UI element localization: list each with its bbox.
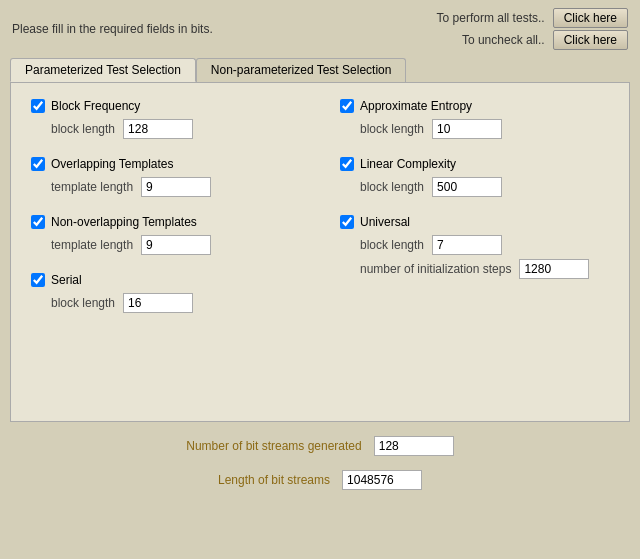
top-bar: Please fill in the required fields in bi… [0,0,640,54]
ae-block-length-label: block length [360,122,424,136]
uncheck-all-row: To uncheck all.. Click here [462,30,628,50]
block-frequency-group: Block Frequency block length [31,99,300,139]
u-init-steps-input[interactable] [519,259,589,279]
ot-template-length-input[interactable] [141,177,211,197]
length-row: Length of bit streams [20,470,620,490]
streams-label: Number of bit streams generated [186,439,361,453]
approx-entropy-checkbox[interactable] [340,99,354,113]
tab-parameterized[interactable]: Parameterized Test Selection [10,58,196,82]
left-column: Block Frequency block length Overlapping… [31,99,320,331]
tabs-header: Parameterized Test Selection Non-paramet… [10,58,630,82]
u-block-length-input[interactable] [432,235,502,255]
block-frequency-field-row: block length [51,119,300,139]
serial-label: Serial [51,273,82,287]
serial-group: Serial block length [31,273,300,313]
uncheck-all-label: To uncheck all.. [462,33,545,47]
linear-complexity-label: Linear Complexity [360,157,456,171]
u-block-length-label: block length [360,238,424,252]
bf-block-length-input[interactable] [123,119,193,139]
right-column: Approximate Entropy block length Linear … [320,99,609,331]
u-init-steps-label: number of initialization steps [360,262,511,276]
serial-checkbox[interactable] [31,273,45,287]
not-template-length-input[interactable] [141,235,211,255]
approx-entropy-checkbox-row: Approximate Entropy [340,99,609,113]
non-overlapping-templates-field-row: template length [51,235,300,255]
universal-checkbox-row: Universal [340,215,609,229]
s-block-length-input[interactable] [123,293,193,313]
serial-field-row: block length [51,293,300,313]
linear-complexity-group: Linear Complexity block length [340,157,609,197]
block-frequency-checkbox[interactable] [31,99,45,113]
bf-block-length-label: block length [51,122,115,136]
tab-non-parameterized[interactable]: Non-parameterized Test Selection [196,58,407,82]
block-frequency-checkbox-row: Block Frequency [31,99,300,113]
perform-all-row: To perform all tests.. Click here [437,8,628,28]
lc-block-length-label: block length [360,180,424,194]
linear-complexity-field-row: block length [360,177,609,197]
ot-template-length-label: template length [51,180,133,194]
universal-block-length-row: block length [360,235,609,255]
s-block-length-label: block length [51,296,115,310]
ae-block-length-input[interactable] [432,119,502,139]
action-buttons: To perform all tests.. Click here To unc… [437,8,628,50]
linear-complexity-checkbox-row: Linear Complexity [340,157,609,171]
overlapping-templates-checkbox[interactable] [31,157,45,171]
length-input[interactable] [342,470,422,490]
non-overlapping-templates-checkbox-row: Non-overlapping Templates [31,215,300,229]
overlapping-templates-label: Overlapping Templates [51,157,174,171]
tab-content-parameterized: Block Frequency block length Overlapping… [10,82,630,422]
non-overlapping-templates-label: Non-overlapping Templates [51,215,197,229]
approx-entropy-group: Approximate Entropy block length [340,99,609,139]
instruction-text: Please fill in the required fields in bi… [12,22,213,36]
not-template-length-label: template length [51,238,133,252]
streams-input[interactable] [374,436,454,456]
serial-checkbox-row: Serial [31,273,300,287]
uncheck-all-button[interactable]: Click here [553,30,628,50]
non-overlapping-templates-group: Non-overlapping Templates template lengt… [31,215,300,255]
approx-entropy-label: Approximate Entropy [360,99,472,113]
block-frequency-label: Block Frequency [51,99,140,113]
lc-block-length-input[interactable] [432,177,502,197]
overlapping-templates-checkbox-row: Overlapping Templates [31,157,300,171]
non-overlapping-templates-checkbox[interactable] [31,215,45,229]
universal-group: Universal block length number of initial… [340,215,609,279]
universal-init-steps-row: number of initialization steps [360,259,609,279]
tabs-area: Parameterized Test Selection Non-paramet… [10,58,630,422]
param-grid: Block Frequency block length Overlapping… [31,99,609,331]
universal-checkbox[interactable] [340,215,354,229]
overlapping-templates-group: Overlapping Templates template length [31,157,300,197]
bottom-section: Number of bit streams generated Length o… [0,422,640,518]
streams-row: Number of bit streams generated [20,436,620,456]
universal-label: Universal [360,215,410,229]
perform-all-label: To perform all tests.. [437,11,545,25]
length-label: Length of bit streams [218,473,330,487]
overlapping-templates-field-row: template length [51,177,300,197]
perform-all-button[interactable]: Click here [553,8,628,28]
linear-complexity-checkbox[interactable] [340,157,354,171]
approx-entropy-field-row: block length [360,119,609,139]
